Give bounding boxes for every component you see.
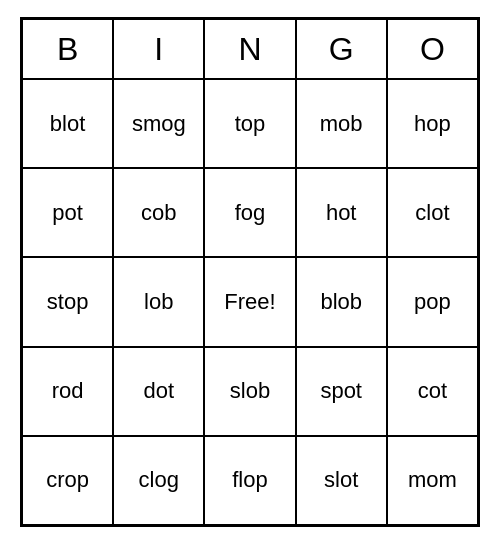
cell-r1-c3: top — [204, 79, 295, 168]
cell-r2-c2: cob — [113, 168, 204, 257]
cell-r2-c3: fog — [204, 168, 295, 257]
cell-r5-c5: mom — [387, 436, 478, 525]
cell-r2-c4: hot — [296, 168, 387, 257]
header-b: B — [22, 19, 113, 79]
cell-r2-c1: pot — [22, 168, 113, 257]
cell-r3-c5: pop — [387, 257, 478, 346]
cell-r5-c4: slot — [296, 436, 387, 525]
cell-r4-c4: spot — [296, 347, 387, 436]
cell-r1-c2: smog — [113, 79, 204, 168]
header-i: I — [113, 19, 204, 79]
header-o: O — [387, 19, 478, 79]
cell-r2-c5: clot — [387, 168, 478, 257]
cell-r3-c2: lob — [113, 257, 204, 346]
cell-r1-c1: blot — [22, 79, 113, 168]
cell-r3-c1: stop — [22, 257, 113, 346]
cell-r5-c3: flop — [204, 436, 295, 525]
header-n: N — [204, 19, 295, 79]
cell-r5-c2: clog — [113, 436, 204, 525]
bingo-card: B I N G O blotsmogtopmobhoppotcobfoghotc… — [20, 17, 480, 527]
cell-r5-c1: crop — [22, 436, 113, 525]
cell-r4-c5: cot — [387, 347, 478, 436]
cell-r4-c1: rod — [22, 347, 113, 436]
cell-r4-c3: slob — [204, 347, 295, 436]
cell-r3-c3: Free! — [204, 257, 295, 346]
header-g: G — [296, 19, 387, 79]
cell-r3-c4: blob — [296, 257, 387, 346]
cell-r1-c4: mob — [296, 79, 387, 168]
cell-r1-c5: hop — [387, 79, 478, 168]
cell-r4-c2: dot — [113, 347, 204, 436]
